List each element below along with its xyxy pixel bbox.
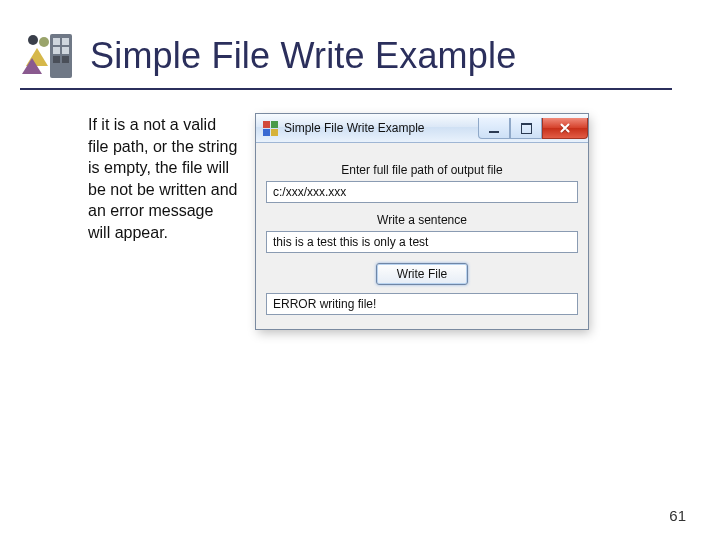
slide-title: Simple File Write Example [90, 35, 516, 77]
app-icon [262, 120, 278, 136]
explanatory-paragraph: If it is a not a valid file path, or the… [88, 114, 238, 329]
close-button[interactable] [542, 118, 588, 139]
file-path-input[interactable] [266, 181, 578, 203]
svg-point-7 [28, 35, 38, 45]
svg-point-8 [39, 37, 49, 47]
app-window: Simple File Write Example Enter full fil… [256, 114, 588, 329]
slide-header: Simple File Write Example [20, 28, 672, 90]
svg-rect-2 [62, 38, 69, 45]
window-title: Simple File Write Example [284, 121, 478, 135]
write-file-button[interactable]: Write File [376, 263, 468, 285]
svg-rect-5 [53, 56, 60, 63]
label-sentence: Write a sentence [266, 213, 578, 227]
svg-rect-1 [53, 38, 60, 45]
svg-rect-4 [62, 47, 69, 54]
svg-rect-3 [53, 47, 60, 54]
page-number: 61 [669, 507, 686, 524]
slide-logo-icon [20, 28, 76, 84]
minimize-button[interactable] [478, 118, 510, 139]
status-output: ERROR writing file! [266, 293, 578, 315]
svg-rect-6 [62, 56, 69, 63]
label-file-path: Enter full file path of output file [266, 163, 578, 177]
sentence-input[interactable] [266, 231, 578, 253]
window-titlebar: Simple File Write Example [256, 114, 588, 143]
maximize-button[interactable] [510, 118, 542, 139]
